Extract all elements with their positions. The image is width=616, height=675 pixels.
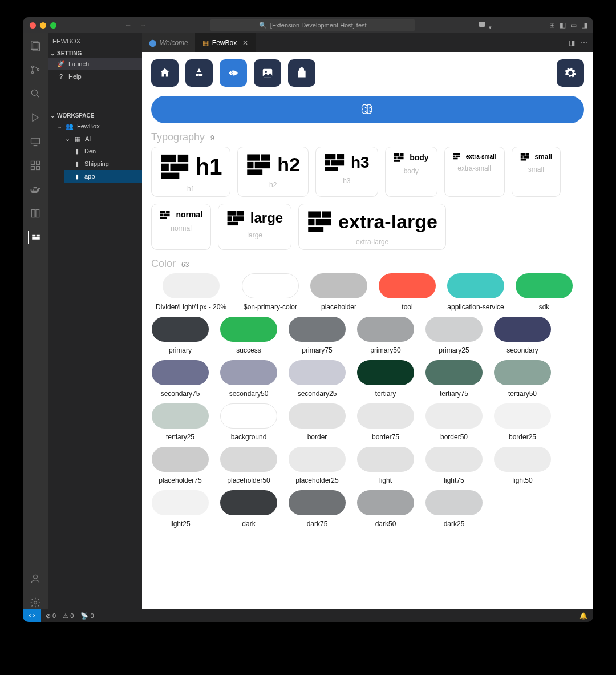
brain-bar[interactable]	[151, 96, 584, 123]
section-workspace[interactable]: ⌄ WORKSPACE	[48, 111, 142, 120]
split-editor-icon[interactable]: ◨	[569, 39, 575, 47]
color-swatch-success[interactable]: success	[220, 317, 278, 354]
swatch	[152, 360, 209, 385]
book-icon[interactable]	[29, 207, 42, 220]
typography-card-extra-large[interactable]: extra-large extra-large	[298, 204, 446, 250]
settings-gear-icon[interactable]	[29, 596, 42, 609]
copilot-icon[interactable]: ▾	[477, 20, 491, 31]
typography-card-body[interactable]: body body	[385, 147, 437, 197]
color-swatch-application-service[interactable]: application-service	[447, 273, 505, 311]
color-swatch-background[interactable]: background	[220, 403, 278, 441]
run-debug-icon[interactable]	[29, 111, 42, 124]
remote-indicator[interactable]	[23, 609, 41, 622]
sidebar-item-launch[interactable]: 🚀 Launch	[48, 58, 142, 70]
settings-button[interactable]	[557, 59, 584, 87]
sidebar-item-help[interactable]: ? Help	[48, 70, 142, 83]
layout-toggle-3-icon[interactable]: ▭	[570, 21, 577, 29]
color-swatch-tertiary[interactable]: tertiary	[356, 360, 415, 398]
editor-more-icon[interactable]: ⋯	[581, 39, 587, 47]
color-swatch-primary75[interactable]: primary75	[288, 317, 346, 354]
forward-button[interactable]: →	[140, 21, 147, 29]
color-swatch-secondary25[interactable]: secondary25	[288, 360, 346, 398]
color-swatch-secondary[interactable]: secondary	[493, 317, 552, 354]
color-swatch-placeholder25[interactable]: placeholder25	[288, 447, 346, 484]
svg-point-16	[200, 74, 203, 76]
tab-fewbox[interactable]: ▦ FewBox ✕	[196, 33, 256, 52]
typography-card-small[interactable]: small small	[512, 147, 561, 197]
color-swatch-primary25[interactable]: primary25	[425, 317, 483, 354]
bag-button[interactable]	[288, 59, 315, 87]
color-swatch-light25[interactable]: light25	[151, 490, 209, 528]
color-swatch-dark50[interactable]: dark50	[356, 490, 415, 528]
docker-icon[interactable]	[29, 183, 42, 196]
maximize-window-button[interactable]	[50, 22, 56, 29]
notifications-icon[interactable]: 🔔	[579, 612, 587, 620]
help-icon: ?	[57, 73, 65, 80]
color-swatch-primary50[interactable]: primary50	[356, 317, 415, 354]
extensions-icon[interactable]	[29, 159, 42, 172]
color-swatch-secondary50[interactable]: secondary50	[220, 360, 278, 398]
color-swatch-divider-light-1px-20-[interactable]: Divider/Light/1px - 20%	[151, 273, 231, 311]
status-warnings[interactable]: ⚠ 0	[63, 612, 74, 620]
home-button[interactable]	[151, 59, 179, 87]
explorer-icon[interactable]	[29, 39, 42, 52]
section-setting[interactable]: ⌄ SETTING	[48, 49, 142, 58]
workspace-root[interactable]: ⌄ 👥 FewBox	[48, 120, 142, 132]
typography-card-extra-small[interactable]: extra-small extra-small	[444, 147, 505, 197]
remote-explorer-icon[interactable]	[29, 135, 42, 148]
typography-card-normal[interactable]: normal normal	[151, 204, 211, 250]
command-center[interactable]: 🔍 [Extension Development Host] test	[210, 19, 415, 31]
layout-toggle-1-icon[interactable]: ⊞	[549, 21, 555, 29]
color-swatch-light75[interactable]: light75	[425, 447, 483, 484]
close-tab-icon[interactable]: ✕	[242, 39, 248, 47]
shapes-button[interactable]	[185, 59, 213, 87]
svg-point-15	[34, 601, 37, 604]
swatch	[220, 447, 277, 472]
color-swatch-placeholder75[interactable]: placeholder75	[151, 447, 209, 484]
typography-card-h2[interactable]: h2 h2	[237, 147, 309, 197]
image-button[interactable]	[254, 59, 281, 87]
close-window-button[interactable]	[30, 22, 36, 29]
tab-welcome[interactable]: ⬤ Welcome	[142, 33, 196, 52]
layout-toggle-2-icon[interactable]: ◧	[560, 21, 566, 29]
account-icon[interactable]	[29, 572, 42, 585]
source-control-icon[interactable]	[29, 63, 42, 76]
color-swatch-secondary75[interactable]: secondary75	[151, 360, 209, 398]
color-swatch-tertiary50[interactable]: tertiary50	[493, 360, 552, 398]
color-swatch-tertiary25[interactable]: tertiary25	[151, 403, 209, 441]
workspace-item-app[interactable]: ▮ app	[64, 170, 142, 183]
status-errors[interactable]: ⊘ 0	[46, 612, 56, 620]
workspace-ai[interactable]: ⌄ ▦ AI	[56, 132, 142, 145]
color-swatch-primary[interactable]: primary	[151, 317, 209, 354]
typography-card-h3[interactable]: h3 h3	[315, 147, 378, 197]
color-swatch-border50[interactable]: border50	[425, 403, 483, 441]
fewbox-tab-icon: ▦	[202, 39, 209, 47]
color-swatch-dark75[interactable]: dark75	[288, 490, 346, 528]
typography-card-h1[interactable]: h1 h1	[151, 147, 230, 197]
layout-toggle-4-icon[interactable]: ◨	[581, 21, 587, 29]
color-swatch-border25[interactable]: border25	[493, 403, 552, 441]
color-swatch-border[interactable]: border	[288, 403, 346, 441]
color-swatch-light[interactable]: light	[356, 447, 415, 484]
search-icon[interactable]	[29, 87, 42, 100]
color-swatch-light50[interactable]: light50	[493, 447, 552, 484]
color-swatch-dark[interactable]: dark	[220, 490, 278, 528]
fewbox-icon[interactable]	[28, 231, 42, 244]
color-swatch-dark25[interactable]: dark25	[425, 490, 483, 528]
workspace-item-shipping[interactable]: ▮ Shipping	[64, 157, 142, 170]
typography-card-large[interactable]: large large	[218, 204, 291, 250]
status-port[interactable]: 📡 0	[80, 612, 94, 620]
svg-rect-42	[455, 156, 460, 157]
sidebar-more-icon[interactable]: ⋯	[131, 38, 137, 45]
typography-button[interactable]	[220, 59, 247, 87]
back-button[interactable]: ←	[125, 21, 132, 29]
color-swatch-sdk[interactable]: sdk	[515, 273, 573, 311]
workspace-item-den[interactable]: ▮ Den	[64, 145, 142, 157]
color-swatch-tertiary75[interactable]: tertiary75	[425, 360, 483, 398]
color-swatch-placeholder50[interactable]: placeholder50	[220, 447, 278, 484]
color-swatch--on-primary-color[interactable]: $on-primary-color	[241, 273, 299, 311]
minimize-window-button[interactable]	[40, 22, 46, 29]
color-swatch-tool[interactable]: tool	[378, 273, 436, 311]
color-swatch-border75[interactable]: border75	[356, 403, 415, 441]
color-swatch-placeholder[interactable]: placeholder	[310, 273, 368, 311]
